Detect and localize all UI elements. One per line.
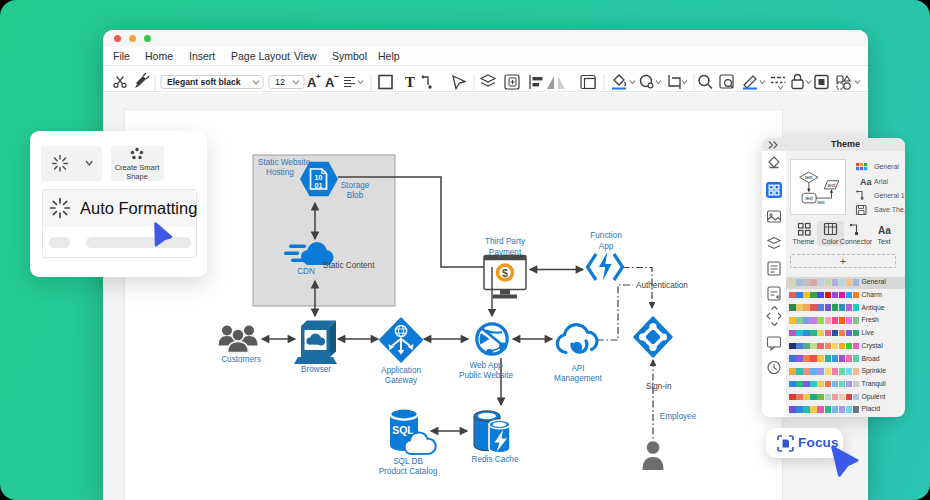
- svg-text:text: text: [805, 175, 813, 180]
- svg-text:Elegant soft black: Elegant soft black: [167, 77, 241, 87]
- svg-text:General: General: [874, 163, 899, 170]
- svg-text:Save The...: Save The...: [874, 206, 905, 213]
- svg-text:Connector: Connector: [840, 238, 873, 245]
- svg-text:text: text: [805, 196, 813, 201]
- svg-text:+: +: [316, 72, 321, 81]
- svg-text:Aa: Aa: [860, 177, 872, 187]
- svg-text:T: T: [405, 74, 415, 90]
- svg-text:Aa: Aa: [878, 225, 891, 236]
- svg-text:Theme: Theme: [793, 238, 815, 245]
- svg-text:Color: Color: [822, 238, 839, 245]
- svg-text:text: text: [817, 199, 825, 204]
- svg-text:12: 12: [275, 77, 285, 87]
- svg-text:Arial: Arial: [874, 178, 888, 185]
- svg-text:General 1: General 1: [874, 192, 905, 199]
- svg-text:–: –: [334, 71, 339, 81]
- svg-text:text: text: [827, 182, 835, 187]
- svg-text:Text: Text: [878, 238, 891, 245]
- svg-text:Shape: Shape: [126, 172, 148, 181]
